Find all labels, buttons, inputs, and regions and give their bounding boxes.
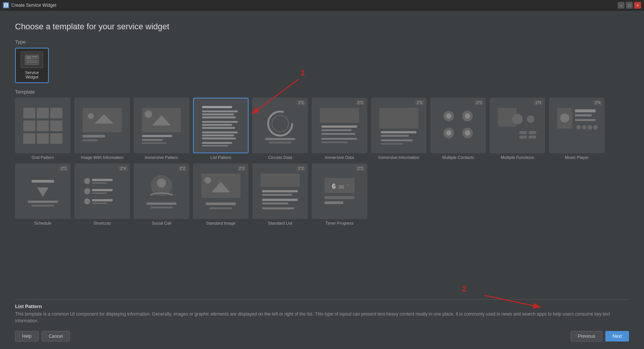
template-card-inner-multiple-functions: 2*4 (490, 98, 545, 153)
template-card-label-standard-list: Standard List (268, 221, 293, 225)
svg-rect-16 (37, 133, 49, 144)
svg-point-78 (588, 125, 592, 130)
svg-rect-49 (321, 138, 357, 140)
footer-left: Help Cancel (15, 331, 70, 341)
svg-rect-48 (321, 133, 355, 135)
template-card-label-immersive-data: Immersive Data (325, 155, 354, 160)
template-card-immersive-data[interactable]: 2*2 Immersive Data (312, 98, 367, 160)
template-card-inner-immersive-data: 2*2 (312, 98, 367, 153)
template-card-inner-music-player: 2*4 (549, 98, 605, 153)
dialog-body: Choose a template for your service widge… (0, 11, 644, 349)
svg-point-63 (465, 130, 470, 136)
svg-rect-96 (150, 207, 173, 208)
minimize-button[interactable]: – (618, 2, 624, 9)
template-badge-timer-progress: 2*2 (356, 166, 365, 171)
svg-rect-104 (262, 194, 292, 196)
template-card-inner-image-with-information (74, 98, 130, 153)
template-card-label-circular-data: Circular Data (268, 155, 292, 160)
template-card-inner-immersive-information: 2*2 (371, 98, 427, 153)
svg-point-77 (582, 125, 587, 130)
svg-point-90 (84, 198, 90, 204)
service-widget-type-card[interactable]: Service Widget (15, 48, 49, 83)
type-section: Type Service Widget (15, 39, 629, 83)
svg-rect-101 (210, 207, 232, 209)
svg-point-99 (204, 177, 211, 184)
svg-rect-4 (26, 56, 31, 59)
svg-rect-69 (519, 136, 527, 139)
svg-rect-46 (321, 125, 357, 128)
next-button[interactable]: Next (605, 331, 629, 341)
svg-point-57 (446, 113, 451, 119)
template-badge-schedule: 2*2 (59, 166, 68, 171)
template-grid: Grid Pattern Image With Information Imme… (15, 98, 629, 225)
template-card-inner-grid-pattern (15, 98, 71, 153)
svg-rect-35 (202, 127, 235, 129)
template-card-standard-list[interactable]: 2*2 Standard List (252, 163, 308, 225)
svg-rect-68 (529, 131, 536, 134)
template-card-image-with-information[interactable]: Image With Information (74, 98, 130, 160)
template-card-immersive-pattern[interactable]: Immersive Pattern (134, 98, 189, 160)
template-card-standard-image[interactable]: 2*2 Standard Image (193, 163, 249, 225)
dialog-heading: Choose a template for your service widge… (15, 22, 629, 32)
svg-rect-52 (381, 131, 416, 133)
svg-rect-30 (202, 110, 238, 112)
svg-point-84 (84, 178, 90, 184)
template-card-circular-data[interactable]: 2*2 Circular Data (252, 98, 308, 160)
template-card-inner-schedule: 2*2 (15, 163, 71, 219)
template-card-inner-standard-list: 2*2 (252, 163, 308, 219)
close-button[interactable]: × (634, 2, 641, 9)
svg-rect-1 (5, 5, 7, 5)
svg-rect-45 (320, 108, 359, 123)
svg-rect-102 (261, 174, 300, 187)
type-label: Type (15, 39, 629, 45)
template-badge-immersive-information: 2*2 (415, 100, 424, 105)
svg-rect-54 (381, 139, 413, 141)
svg-rect-51 (379, 108, 418, 128)
template-card-label-shortcuts: Shortcuts (94, 221, 111, 225)
svg-rect-17 (50, 133, 62, 144)
template-card-multiple-contacts[interactable]: 2*2 Multiple Contacts (430, 98, 486, 160)
template-card-music-player[interactable]: 2*4 Music Player (549, 98, 605, 160)
previous-button[interactable]: Previous (571, 331, 603, 341)
template-card-social-call[interactable]: 2*2 Social Call (134, 163, 189, 225)
svg-rect-2 (5, 5, 7, 6)
maximize-button[interactable]: □ (626, 2, 633, 9)
template-card-label-immersive-pattern: Immersive Pattern (145, 155, 178, 160)
template-card-label-multiple-contacts: Multiple Contacts (442, 155, 474, 160)
svg-rect-36 (202, 131, 238, 133)
svg-rect-83 (32, 205, 54, 207)
svg-rect-28 (142, 142, 166, 144)
template-card-inner-list-pattern (193, 98, 249, 153)
svg-marker-81 (37, 187, 48, 197)
template-card-label-schedule: Schedule (34, 221, 51, 225)
template-card-schedule[interactable]: 2*2 Schedule (15, 163, 71, 225)
svg-rect-15 (23, 133, 35, 144)
svg-text:•: • (348, 183, 349, 187)
svg-point-72 (560, 113, 569, 122)
template-card-multiple-functions[interactable]: 2*4 Multiple Functions (490, 98, 545, 160)
svg-rect-26 (142, 135, 172, 137)
template-card-label-image-with-information: Image With Information (81, 155, 124, 160)
type-card-label: Service Widget (19, 70, 45, 79)
svg-rect-75 (575, 119, 596, 121)
svg-rect-27 (142, 139, 163, 141)
help-button[interactable]: Help (15, 331, 39, 341)
template-card-immersive-information[interactable]: 2*2 Immersive Information (371, 98, 427, 160)
template-badge-standard-list: 2*2 (297, 166, 305, 171)
template-card-list-pattern[interactable]: List Pattern (193, 98, 249, 160)
svg-point-76 (576, 125, 581, 130)
svg-rect-74 (575, 114, 592, 116)
svg-point-66 (527, 115, 534, 123)
template-card-inner-circular-data: 2*2 (252, 98, 308, 153)
svg-point-61 (446, 130, 451, 136)
svg-rect-86 (92, 182, 107, 184)
cancel-button[interactable]: Cancel (42, 331, 70, 341)
svg-rect-13 (37, 121, 49, 131)
template-card-timer-progress[interactable]: 2*2 6 :30 • Timer Progress (312, 163, 367, 225)
svg-rect-39 (202, 142, 232, 144)
svg-text:6: 6 (332, 183, 336, 190)
svg-rect-8 (26, 62, 38, 63)
template-card-shortcuts[interactable]: 2*4 Shortcuts (74, 163, 130, 225)
template-card-grid-pattern[interactable]: Grid Pattern (15, 98, 71, 160)
template-card-inner-social-call: 2*2 (134, 163, 189, 219)
